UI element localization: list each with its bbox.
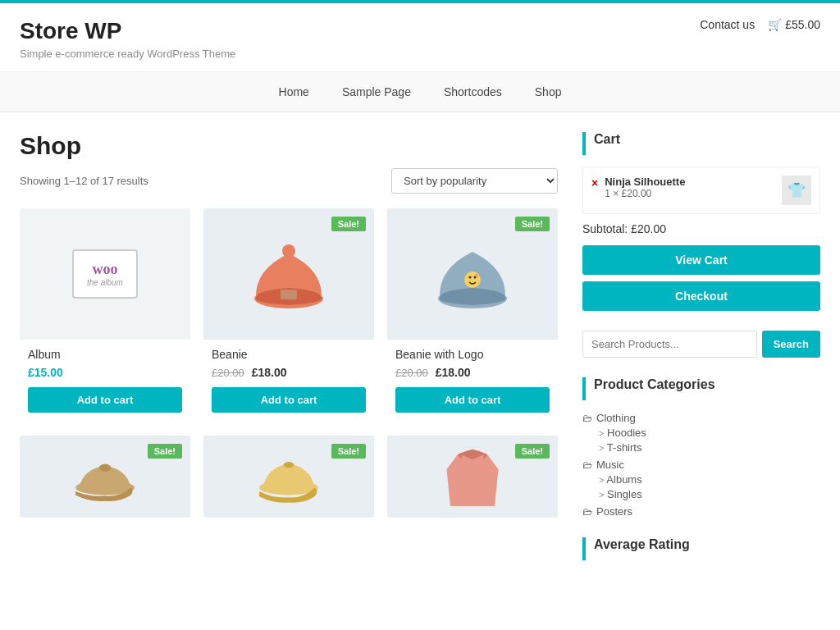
search-input[interactable] — [582, 331, 757, 358]
cap2-svg — [252, 444, 326, 509]
sort-select[interactable]: Sort by popularity Sort by average ratin… — [391, 168, 558, 194]
sidebar: Cart × Ninja Silhouette 1 × £20.00 👕 Sub… — [582, 132, 820, 580]
categories-title: Product Categories — [582, 377, 820, 400]
site-branding: Store WP Simple e-commerce ready WordPre… — [20, 18, 235, 60]
cart-item-left: × Ninja Silhouette 1 × £20.00 — [591, 176, 685, 199]
avg-rating-widget: Average Rating — [582, 537, 820, 560]
arrow-hoodies: > — [599, 428, 604, 438]
nav-shop[interactable]: Shop — [518, 72, 578, 112]
search-widget: Search — [582, 331, 820, 358]
categories-widget: Product Categories 🗁 Clothing > Hoodies … — [582, 377, 820, 518]
site-title: Store WP — [20, 18, 235, 44]
nav-shortcodes[interactable]: Shortcodes — [427, 72, 518, 112]
arrow-albums: > — [599, 475, 604, 485]
cart-subtotal: Subtotal: £20.00 — [582, 222, 820, 235]
add-to-cart-beanie-logo[interactable]: Add to cart — [395, 387, 550, 413]
avg-rating-title: Average Rating — [582, 537, 820, 560]
svg-point-9 — [99, 464, 111, 472]
cart-widget: Cart × Ninja Silhouette 1 × £20.00 👕 Sub… — [582, 132, 820, 311]
add-to-cart-album[interactable]: Add to cart — [28, 387, 182, 413]
search-button[interactable]: Search — [762, 331, 820, 358]
checkout-button[interactable]: Checkout — [582, 281, 820, 311]
price-row-album: £15.00 — [28, 366, 182, 379]
svg-rect-1 — [281, 290, 297, 299]
beanie-logo-svg — [431, 229, 514, 319]
sale-badge-beanie: Sale! — [331, 217, 366, 231]
svg-point-7 — [475, 274, 478, 277]
category-clothing: 🗁 Clothing > Hoodies > T-shirts — [582, 412, 820, 454]
woo-sub-text: the album — [87, 278, 123, 287]
cart-item-name: Ninja Silhouette — [605, 176, 685, 188]
product-card-album: woo the album Album £15.00 Add to cart — [20, 208, 190, 422]
category-albums-name[interactable]: Albums — [606, 473, 641, 486]
price-album: £15.00 — [28, 366, 63, 379]
price-row-beanie-logo: £20.00 £18.00 — [395, 366, 550, 379]
cart-icon: 🛒 — [768, 18, 782, 31]
category-music-parent: 🗁 Music — [582, 459, 820, 471]
product-info-beanie-logo: Beanie with Logo £20.00 £18.00 Add to ca… — [387, 340, 558, 422]
cart-item: × Ninja Silhouette 1 × £20.00 👕 — [582, 167, 820, 214]
top-right-bar: Contact us 🛒 £55.00 — [700, 18, 820, 31]
product-card-cap1: Sale! — [20, 436, 190, 518]
hoodie-svg — [436, 440, 509, 514]
main-nav: Home Sample Page Shortcodes Shop — [0, 72, 840, 112]
arrow-tshirts: > — [599, 443, 604, 453]
category-music: 🗁 Music > Albums > Singles — [582, 459, 820, 500]
svg-point-2 — [282, 244, 295, 258]
category-hoodies: > Hoodies — [582, 427, 820, 439]
category-posters: 🗁 Posters — [582, 505, 820, 518]
price-sale-beanie: £18.00 — [252, 366, 287, 379]
add-to-cart-beanie[interactable]: Add to cart — [212, 387, 366, 413]
nav-sample-page[interactable]: Sample Page — [326, 72, 427, 112]
product-grid-row2: Sale! Sale! — [20, 436, 558, 518]
svg-point-4 — [464, 272, 481, 288]
cart-widget-title: Cart — [582, 132, 820, 155]
product-card-beanie-logo: Sale! Beanie with Logo — [387, 208, 558, 422]
category-hoodies-name[interactable]: Hoodies — [607, 427, 646, 439]
cart-item-thumbnail: 👕 — [782, 176, 811, 205]
category-clothing-name[interactable]: Clothing — [596, 412, 636, 424]
cart-item-qty: 1 × £20.00 — [605, 188, 685, 199]
category-singles-name[interactable]: Singles — [607, 488, 642, 500]
category-list: 🗁 Clothing > Hoodies > T-shirts 🗁 — [582, 412, 820, 518]
category-singles: > Singles — [582, 488, 820, 500]
product-info-beanie: Beanie £20.00 £18.00 Add to cart — [203, 340, 374, 422]
results-bar: Showing 1–12 of 17 results Sort by popul… — [20, 168, 558, 194]
sale-badge-beanie-logo: Sale! — [515, 217, 550, 231]
contact-link[interactable]: Contact us — [700, 18, 755, 31]
category-tshirts-name[interactable]: T-shirts — [607, 441, 642, 454]
cart-item-details: Ninja Silhouette 1 × £20.00 — [605, 176, 685, 199]
product-image-hoodie: Sale! — [387, 436, 558, 518]
category-tshirts: > T-shirts — [582, 441, 820, 454]
category-posters-parent: 🗁 Posters — [582, 505, 820, 518]
svg-point-5 — [469, 276, 472, 279]
product-image-beanie-logo: Sale! — [387, 208, 558, 340]
product-image-album: woo the album — [20, 208, 190, 340]
nav-home[interactable]: Home — [262, 72, 326, 112]
product-card-hoodie: Sale! — [387, 436, 558, 518]
folder-icon-clothing: 🗁 — [582, 413, 592, 424]
category-albums: > Albums — [582, 473, 820, 486]
sale-badge-cap2: Sale! — [331, 444, 366, 459]
cart-total-link[interactable]: 🛒 £55.00 — [768, 18, 820, 31]
folder-icon-music: 🗁 — [582, 459, 592, 471]
price-row-beanie: £20.00 £18.00 — [212, 366, 366, 379]
folder-icon-posters: 🗁 — [582, 506, 592, 518]
cap1-svg — [68, 444, 142, 509]
woo-logo-text: woo — [87, 261, 123, 278]
page-title: Shop — [20, 132, 558, 160]
product-name-beanie: Beanie — [212, 348, 366, 361]
cart-subtotal-label: Subtotal: — [582, 222, 628, 235]
category-posters-name[interactable]: Posters — [596, 505, 632, 518]
product-image-beanie: Sale! — [203, 208, 374, 340]
product-grid: woo the album Album £15.00 Add to cart S — [20, 208, 558, 422]
cart-remove-button[interactable]: × — [591, 176, 598, 189]
site-tagline: Simple e-commerce ready WordPress Theme — [20, 48, 235, 60]
category-music-name[interactable]: Music — [596, 459, 624, 471]
view-cart-button[interactable]: View Cart — [582, 245, 820, 275]
content-area: Shop Showing 1–12 of 17 results Sort by … — [20, 132, 582, 580]
category-clothing-parent: 🗁 Clothing — [582, 412, 820, 424]
product-image-cap1: Sale! — [20, 436, 190, 518]
product-info-album: Album £15.00 Add to cart — [20, 340, 190, 422]
product-name-beanie-logo: Beanie with Logo — [395, 348, 550, 361]
